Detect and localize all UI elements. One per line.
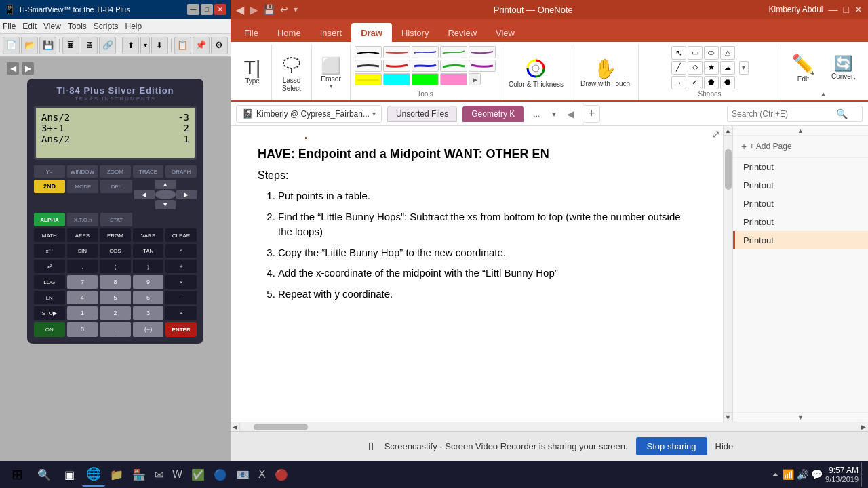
pen-swatch-2[interactable] (383, 46, 410, 58)
key-add[interactable]: + (165, 306, 197, 320)
key-caret[interactable]: ^ (165, 244, 197, 258)
scroll-down-btn[interactable]: ▼ (724, 412, 733, 422)
key-trace[interactable]: TRACE (133, 165, 164, 178)
taskbar-app-red[interactable]: 🔴 (271, 462, 292, 487)
tab-history[interactable]: History (392, 23, 438, 42)
shape-check[interactable]: ✓ (688, 76, 703, 89)
edit-btn[interactable]: ✏️ Edit (785, 49, 821, 86)
ribbon-group-collapse-btn[interactable]: ▲ (820, 90, 827, 100)
key-7[interactable]: 7 (67, 275, 98, 289)
taskbar-app-edge[interactable]: 🌐 (82, 462, 105, 487)
key-neg[interactable]: (−) (133, 322, 164, 337)
tab-geometry[interactable]: Geometry K (462, 106, 524, 122)
key-9[interactable]: 9 (133, 275, 164, 289)
ti-receive-btn[interactable]: ⬇ (151, 37, 168, 54)
key-sin[interactable]: SIN (67, 244, 98, 258)
save-btn[interactable]: 💾 (263, 4, 275, 15)
shape-more-2[interactable]: ⬣ (720, 76, 735, 89)
key-1[interactable]: 1 (67, 306, 98, 320)
pen-swatch-5[interactable] (469, 46, 496, 58)
key-y-eq[interactable]: Y= (34, 165, 65, 178)
hl-swatch-cyan[interactable] (383, 73, 410, 85)
tab-insert[interactable]: Insert (311, 23, 352, 42)
key-xsq[interactable]: x² (34, 260, 65, 273)
ti-menu-help[interactable]: Help (125, 22, 142, 31)
key-comma[interactable]: , (67, 260, 98, 273)
tray-network[interactable]: 📶 (783, 469, 794, 480)
key-2[interactable]: 2 (100, 306, 131, 320)
shape-select-arrow[interactable]: ↖ (671, 46, 686, 60)
ti-paste-btn[interactable]: 📌 (193, 37, 210, 54)
page-item-2[interactable]: Printout (733, 195, 868, 213)
shape-more-1[interactable]: ⬟ (704, 76, 719, 89)
key-clear[interactable]: CLEAR (165, 228, 197, 242)
tray-sound[interactable]: 🔊 (797, 469, 808, 480)
pen-swatch-4[interactable] (440, 46, 467, 58)
pen-swatch-3[interactable] (412, 46, 439, 58)
key-enter[interactable]: ENTER (165, 322, 197, 337)
ti-restore-btn[interactable]: □ (201, 4, 213, 15)
ti-close-btn[interactable]: ✕ (214, 4, 226, 15)
key-mode[interactable]: MODE (67, 180, 98, 193)
shape-arrow-r[interactable]: → (671, 76, 686, 89)
eraser-dropdown[interactable]: ▾ (330, 83, 333, 89)
key-window[interactable]: WINDOW (67, 165, 98, 178)
hide-btn[interactable]: Hide (715, 441, 734, 451)
page-list-scroll-up[interactable]: ▲ (733, 126, 868, 136)
ti-save-btn[interactable]: 💾 (39, 37, 56, 54)
shape-star[interactable]: ★ (704, 61, 719, 75)
taskbar-app-explorer[interactable]: 📁 (106, 462, 127, 487)
on-minimize-btn[interactable]: — (829, 4, 838, 15)
taskbar-app-outlook[interactable]: 📧 (232, 462, 254, 487)
note-content[interactable]: HAVE: Endpoint and a Midpoint WANT: OTHE… (258, 146, 696, 302)
ti-menu-file[interactable]: File (3, 22, 16, 31)
expand-note-icon[interactable]: ⤢ (712, 129, 720, 140)
more-pens-btn[interactable]: ▸ (469, 73, 481, 85)
shape-tri[interactable]: △ (720, 46, 735, 60)
undo-btn[interactable]: ↩ (280, 4, 288, 15)
show-desktop-btn[interactable] (861, 462, 865, 487)
key-apps[interactable]: APPS (67, 228, 98, 242)
key-3[interactable]: 3 (133, 306, 164, 320)
tab-file[interactable]: File (235, 23, 268, 42)
scroll-thumb[interactable] (725, 149, 732, 190)
taskbar-app-tasks[interactable]: ✅ (187, 462, 209, 487)
ti-copy-btn[interactable]: 📋 (174, 37, 191, 54)
key-2nd[interactable]: 2ND (34, 180, 65, 193)
key-right[interactable]: ▶ (176, 190, 197, 199)
horiz-scroll-thumb[interactable] (254, 424, 308, 430)
ti-link-btn[interactable]: 🔗 (99, 37, 116, 54)
start-btn[interactable]: ⊞ (3, 462, 31, 487)
hl-swatch-green[interactable] (412, 73, 439, 85)
type-btn[interactable]: T| Type (237, 55, 267, 88)
key-stat[interactable]: STAT (100, 213, 132, 226)
key-rparen[interactable]: ) (133, 260, 164, 273)
pen-swatch-8[interactable] (412, 60, 439, 72)
key-lparen[interactable]: ( (100, 260, 131, 273)
key-tan[interactable]: TAN (133, 244, 164, 258)
tab-more-arrow[interactable]: ▾ (549, 106, 559, 121)
key-down[interactable]: ▼ (155, 200, 176, 209)
key-graph[interactable]: GRAPH (165, 165, 197, 178)
tab-home[interactable]: Home (268, 23, 311, 42)
taskbar-clock[interactable]: 9:57 AM 9/13/2019 (825, 466, 859, 483)
color-thickness-btn[interactable]: Color & Thickness (505, 54, 568, 92)
eraser-btn[interactable]: ⬜ Eraser ▾ (316, 53, 346, 93)
tab-review[interactable]: Review (438, 23, 486, 42)
key-xinv[interactable]: x⁻¹ (34, 244, 65, 258)
lasso-btn[interactable]: LassoSelect (276, 49, 307, 96)
on-close-btn[interactable]: ✕ (854, 4, 863, 15)
key-5[interactable]: 5 (100, 291, 131, 304)
forward-btn[interactable]: ▶ (250, 3, 258, 16)
horiz-scroll-right-btn[interactable]: ▶ (859, 422, 868, 432)
pen-swatch-9[interactable] (440, 60, 467, 72)
key-on[interactable]: ON (34, 322, 65, 337)
pen-swatch-10[interactable] (469, 60, 496, 72)
on-restore-btn[interactable]: □ (844, 4, 849, 15)
shapes-dropdown-btn[interactable]: ▾ (739, 61, 749, 75)
search-icon[interactable]: 🔍 (836, 108, 848, 119)
stop-sharing-btn[interactable]: Stop sharing (636, 437, 707, 455)
hl-swatch-yellow[interactable] (355, 73, 382, 85)
key-left[interactable]: ◀ (134, 190, 155, 199)
ti-menu-view[interactable]: View (43, 22, 61, 31)
